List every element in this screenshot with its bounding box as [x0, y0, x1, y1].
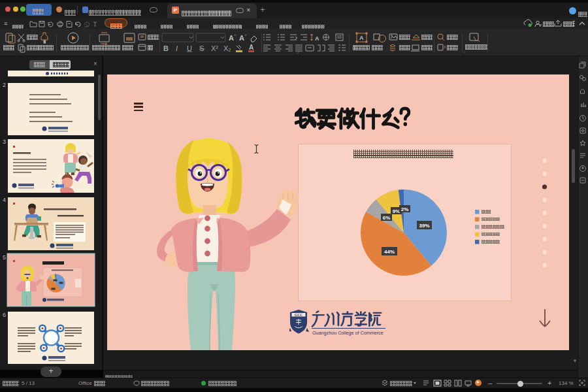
svg-text:X²: X² — [211, 44, 218, 52]
svg-text:A: A — [359, 35, 364, 41]
svg-text:S: S — [199, 44, 204, 52]
svg-text:2%: 2% — [401, 206, 409, 212]
svg-text:I: I — [176, 44, 178, 52]
svg-text:39%: 39% — [419, 223, 429, 229]
svg-text:˅: ˅ — [244, 33, 247, 37]
svg-text:B: B — [163, 44, 169, 52]
svg-text:A: A — [315, 35, 319, 42]
svg-text:A: A — [229, 34, 234, 42]
svg-text:Guangzhou College of Commerce: Guangzhou College of Commerce — [312, 330, 384, 336]
svg-text:˄: ˄ — [234, 33, 237, 37]
svg-text:44%: 44% — [384, 249, 395, 255]
svg-text:A: A — [239, 34, 244, 42]
svg-text:X₂: X₂ — [223, 44, 231, 52]
svg-text:U: U — [187, 44, 192, 52]
svg-text:A: A — [249, 44, 253, 51]
svg-text:9%: 9% — [393, 208, 400, 214]
svg-text:6%: 6% — [383, 215, 391, 221]
